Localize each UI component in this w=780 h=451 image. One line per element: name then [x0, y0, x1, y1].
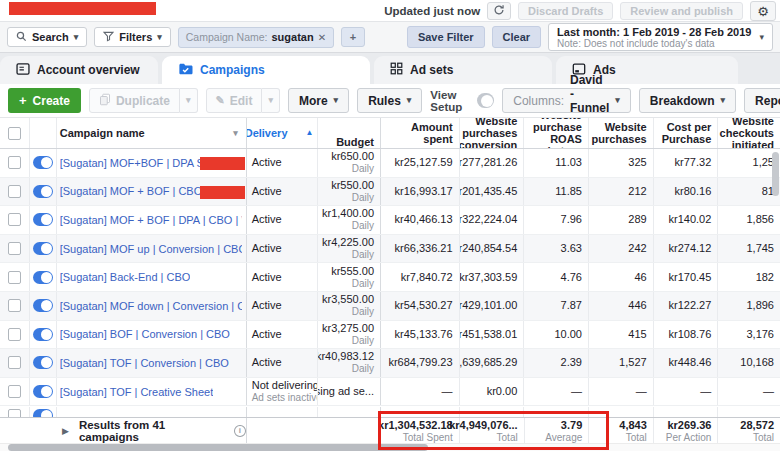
row-checkbox[interactable] — [8, 409, 21, 418]
column-header-amount-spent[interactable]: Amount spent — [381, 118, 460, 148]
filters-button[interactable]: Filters ▾ — [94, 27, 171, 47]
row-checkbox[interactable] — [8, 328, 21, 341]
edit-options-button[interactable]: ▾ — [262, 88, 280, 113]
filter-chip-campaign-name[interactable]: Campaign Name: sugatan ✕ — [178, 27, 334, 48]
cost-per-purchase-value: kr77.32 — [675, 156, 712, 169]
tab-account-overview[interactable]: Account overview — [0, 56, 158, 84]
campaign-name-link[interactable]: [Sugatan] MOF up | Conversion | CBO — [60, 243, 242, 255]
delivery-status: Active — [252, 271, 282, 284]
column-header-delivery[interactable]: Delivery ▲ — [247, 118, 319, 148]
settings-button[interactable]: ⚙ — [750, 1, 776, 21]
campaign-name-link[interactable]: [Sugatan] MOF down | Conversion | CBO — [60, 300, 242, 312]
row-checkbox[interactable] — [8, 185, 21, 198]
website-purchases-value: 289 — [628, 213, 646, 226]
more-button[interactable]: More ▾ — [288, 88, 349, 113]
amount-spent-value: kr16,993.17 — [395, 185, 453, 198]
purchase-roas-value: 10.00 — [554, 328, 582, 341]
column-header-campaign-name[interactable]: Campaign name ▾ — [57, 118, 247, 148]
clear-filter-button[interactable]: Clear — [492, 26, 542, 48]
horizontal-scrollbar-thumb[interactable] — [8, 444, 428, 451]
campaign-name-link[interactable]: [Sugatan] TOF | Creative Sheet — [60, 386, 213, 398]
table-row: [Sugatan] MOF + BOF | CBO | DPA UGC | Ac… — [0, 178, 780, 207]
search-button[interactable]: Search ▾ — [7, 27, 87, 47]
row-checkbox[interactable] — [8, 385, 21, 398]
vertical-scrollbar-thumb[interactable] — [772, 152, 779, 196]
budget-period: Daily — [352, 249, 374, 261]
budget-period: Daily — [352, 220, 374, 232]
expand-results-icon[interactable]: ▶ — [62, 426, 69, 436]
campaign-name-link[interactable]: [Sugatan] MOF + BOF | DPA | CBO | Worldw… — [60, 214, 242, 226]
view-setup-label: View Setup — [430, 89, 471, 113]
select-all-checkbox[interactable] — [8, 127, 21, 140]
search-icon — [16, 31, 27, 44]
campaign-name-link[interactable]: [Sugatan] BOF | Conversion | CBO — [60, 328, 230, 340]
column-header-website-purchases[interactable]: Website purchases — [589, 118, 654, 148]
breakdown-button[interactable]: Breakdown ▾ — [639, 88, 736, 113]
checkouts-initiated-value: 1,856 — [746, 213, 774, 226]
discard-drafts-button[interactable]: Discard Drafts — [518, 2, 613, 20]
campaign-active-toggle[interactable] — [33, 409, 53, 418]
total-purchases-conversion: kr4,949,076... Total — [460, 418, 525, 443]
row-checkbox[interactable] — [8, 242, 21, 255]
info-icon[interactable]: i — [234, 425, 246, 437]
columns-button[interactable]: Columns: David - Funnel 2 ▾ — [502, 88, 631, 113]
close-icon[interactable]: ✕ — [318, 32, 326, 43]
campaign-name-link[interactable]: [Sugatan] TOF | Conversion | CBO — [60, 357, 229, 369]
tab-ad-sets[interactable]: Ad sets — [374, 56, 552, 84]
chevron-down-icon: ▾ — [74, 33, 79, 42]
campaign-active-toggle[interactable] — [33, 356, 53, 369]
plus-icon: + — [350, 31, 356, 43]
amount-spent-value: kr54,530.27 — [395, 299, 453, 312]
cost-per-purchase-value: kr448.46 — [668, 356, 711, 369]
purchases-conversion-value: kr0.00 — [487, 385, 518, 398]
row-checkbox[interactable] — [8, 299, 21, 312]
review-publish-button[interactable]: Review and publish — [620, 2, 743, 20]
column-header-cost-per-purchase[interactable]: Cost per Purchase — [654, 118, 719, 148]
campaign-active-toggle[interactable] — [33, 299, 53, 312]
results-summary: Results from 41 campaigns — [79, 419, 224, 443]
row-checkbox[interactable] — [8, 156, 21, 169]
row-checkbox[interactable] — [8, 213, 21, 226]
budget-period: Daily — [352, 192, 374, 204]
table-row-partial — [0, 407, 780, 418]
checkouts-initiated-value: 10,168 — [740, 356, 774, 369]
pencil-icon: ✎ — [216, 94, 225, 107]
amount-spent-value: kr7,840.72 — [401, 271, 453, 284]
campaigns-folder-icon — [178, 62, 193, 79]
campaign-active-toggle[interactable] — [33, 213, 53, 226]
campaign-active-toggle[interactable] — [33, 328, 53, 341]
campaign-active-toggle[interactable] — [33, 242, 53, 255]
rules-button[interactable]: Rules ▾ — [357, 88, 422, 113]
website-purchases-value: — — [636, 385, 647, 398]
campaign-active-toggle[interactable] — [33, 385, 53, 398]
refresh-button[interactable] — [487, 2, 511, 20]
column-header-purchase-roas[interactable]: Website purchase ROAS (return — [524, 118, 589, 148]
reports-button[interactable]: Reports ▾ — [744, 88, 780, 113]
website-purchases-value: 446 — [628, 299, 646, 312]
row-checkbox[interactable] — [8, 271, 21, 284]
campaign-name-link[interactable]: [Sugatan] Back-End | CBO — [60, 271, 191, 283]
duplicate-button[interactable]: Duplicate — [89, 88, 180, 113]
column-header-checkouts-initiated[interactable]: Website checkouts initiated — [718, 118, 780, 148]
row-checkbox[interactable] — [8, 356, 21, 369]
campaign-active-toggle[interactable] — [33, 271, 53, 284]
tab-campaigns[interactable]: Campaigns — [162, 56, 370, 84]
redaction-block — [9, 2, 156, 15]
column-header-purchases-conversion[interactable]: Website purchases conversion — [460, 118, 525, 148]
budget-value: kr555.00 — [331, 265, 374, 278]
delivery-status: Active — [252, 356, 282, 369]
create-button[interactable]: + Create — [8, 88, 81, 113]
campaign-active-toggle[interactable] — [33, 185, 53, 198]
edit-button[interactable]: ✎ Edit — [206, 88, 263, 113]
website-purchases-value: 212 — [628, 185, 646, 198]
add-filter-button[interactable]: + — [341, 27, 365, 47]
top-bar: Updated just now Discard Drafts Review a… — [0, 0, 780, 21]
campaign-active-toggle[interactable] — [33, 156, 53, 169]
duplicate-options-button[interactable]: ▾ — [180, 88, 198, 113]
table-row: [Sugatan] MOF up | Conversion | CBO Acti… — [0, 235, 780, 264]
column-header-budget[interactable]: Budget — [318, 118, 381, 148]
date-range-selector[interactable]: Last month: 1 Feb 2019 - 28 Feb 2019 Not… — [548, 23, 773, 51]
save-filter-button[interactable]: Save Filter — [407, 26, 485, 48]
cost-per-purchase-value: kr170.45 — [668, 271, 711, 284]
view-setup-toggle[interactable] — [477, 93, 494, 108]
